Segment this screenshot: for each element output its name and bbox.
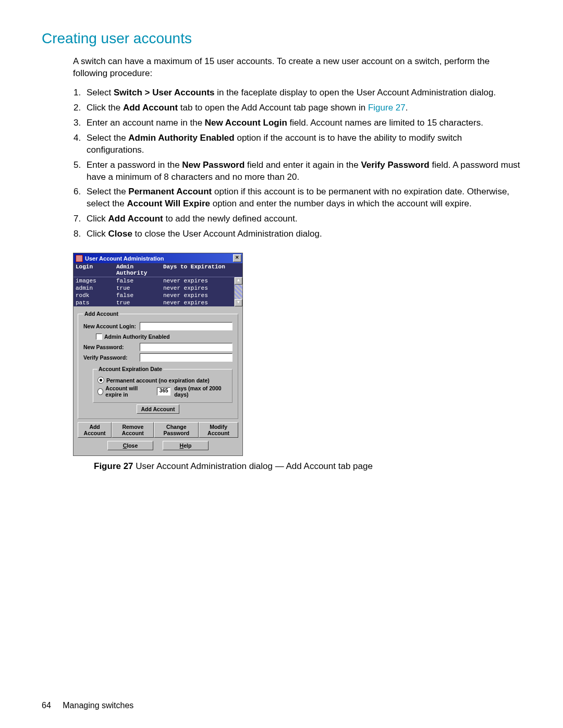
dialog-title: User Account Administration bbox=[85, 255, 233, 262]
intro-paragraph: A switch can have a maximum of 15 user a… bbox=[73, 56, 521, 80]
footer-section: Managing switches bbox=[63, 701, 133, 710]
will-expire-label-a: Account will expire in bbox=[105, 385, 153, 398]
group-legend: Add Account bbox=[83, 311, 119, 317]
page-footer: 64 Managing switches bbox=[42, 701, 133, 710]
tab-modify-account[interactable]: Modify Account bbox=[199, 422, 238, 438]
step-3: Enter an account name in the New Account… bbox=[83, 117, 521, 129]
new-password-input[interactable] bbox=[140, 343, 232, 351]
verify-password-label: Verify Password: bbox=[83, 354, 140, 361]
section-heading: Creating user accounts bbox=[42, 30, 521, 47]
step-4: Select the Admin Authority Enabled optio… bbox=[83, 132, 521, 156]
scroll-down-icon[interactable]: ▼ bbox=[235, 299, 242, 306]
tab-change-password[interactable]: Change Password bbox=[154, 422, 199, 438]
expiration-group: Account Expiration Date Permanent accoun… bbox=[93, 366, 232, 403]
days-input[interactable]: 365 bbox=[157, 387, 170, 396]
help-button[interactable]: Help bbox=[163, 441, 209, 450]
figure-caption: Figure 27 User Account Administration di… bbox=[94, 461, 521, 472]
table-row[interactable]: pats true never expires bbox=[74, 299, 242, 306]
permanent-label: Permanent account (no expiration date) bbox=[106, 377, 210, 384]
scrollbar[interactable]: ▲ ▼ bbox=[234, 277, 242, 306]
permanent-radio[interactable] bbox=[97, 377, 104, 384]
table-row[interactable]: admin true never expires bbox=[74, 285, 242, 292]
list-header: Login Admin Authority Days to Expiration bbox=[74, 263, 242, 277]
will-expire-label-b: days (max of 2000 days) bbox=[174, 385, 228, 398]
step-5: Enter a password in the New Password fie… bbox=[83, 159, 521, 183]
step-1: Select Switch > User Accounts in the fac… bbox=[83, 87, 521, 99]
col-exp: Days to Expiration bbox=[161, 264, 240, 276]
page-number: 64 bbox=[42, 701, 51, 710]
tab-add-account[interactable]: Add Account bbox=[78, 422, 112, 438]
user-account-dialog: User Account Administration ✕ Login Admi… bbox=[73, 253, 243, 456]
table-row[interactable]: images false never expires bbox=[74, 277, 242, 285]
step-6: Select the Permanent Account option if t… bbox=[83, 186, 521, 210]
step-8: Click Close to close the User Account Ad… bbox=[83, 228, 521, 240]
admin-enabled-checkbox[interactable] bbox=[96, 334, 102, 340]
step-7: Click Add Account to add the newly defin… bbox=[83, 213, 521, 225]
tab-remove-account[interactable]: Remove Account bbox=[112, 422, 154, 438]
close-icon[interactable]: ✕ bbox=[233, 254, 241, 262]
will-expire-radio[interactable] bbox=[97, 388, 103, 395]
add-account-group: Add Account New Account Login: Admin Aut… bbox=[78, 311, 238, 419]
dialog-tabs: Add Account Remove Account Change Passwo… bbox=[78, 422, 238, 438]
window-icon bbox=[76, 255, 83, 262]
new-login-input[interactable] bbox=[140, 322, 232, 330]
table-row[interactable]: rodk false never expires bbox=[74, 292, 242, 299]
dialog-titlebar[interactable]: User Account Administration ✕ bbox=[74, 253, 242, 263]
col-auth: Admin Authority bbox=[116, 264, 161, 276]
figure-link[interactable]: Figure 27 bbox=[368, 103, 406, 113]
expiration-legend: Account Expiration Date bbox=[97, 366, 163, 372]
add-account-button[interactable]: Add Account bbox=[137, 404, 180, 414]
scroll-track[interactable] bbox=[235, 285, 242, 299]
procedure-list: Select Switch > User Accounts in the fac… bbox=[83, 87, 521, 240]
step-2: Click the Add Account tab to open the Ad… bbox=[83, 102, 521, 114]
new-password-label: New Password: bbox=[83, 344, 140, 350]
list-body: images false never expires admin true ne… bbox=[74, 277, 242, 306]
scroll-up-icon[interactable]: ▲ bbox=[235, 277, 242, 285]
close-button[interactable]: Close bbox=[107, 441, 153, 450]
new-login-label: New Account Login: bbox=[83, 323, 140, 329]
admin-enabled-label: Admin Authority Enabled bbox=[104, 334, 170, 340]
col-login: Login bbox=[76, 264, 116, 276]
verify-password-input[interactable] bbox=[140, 353, 232, 362]
account-list: Login Admin Authority Days to Expiration… bbox=[74, 263, 242, 306]
